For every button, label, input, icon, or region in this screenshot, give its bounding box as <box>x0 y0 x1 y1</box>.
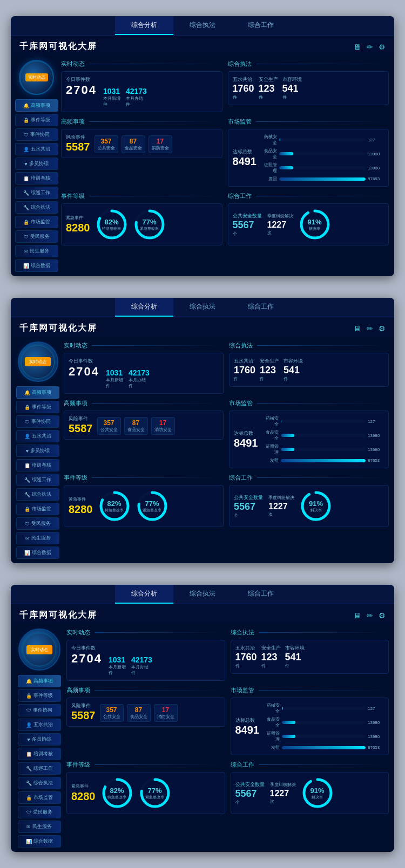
gear-icon-3[interactable]: ⚙ <box>379 611 386 620</box>
realtime-title-3: 实时动态 <box>66 628 225 637</box>
wrench2-icon-3: 🔧 <box>26 781 32 786</box>
sidebar-item-综巡工作-1[interactable]: 🔧 综巡工作 <box>15 187 58 199</box>
sidebar-3: 实时动态 🔔 高频事项 🔒 事件等级 🛡 事件协同 👤 五水共治 <box>16 628 62 848</box>
main-body-2: 实时动态 🔔 高频事项 🔒 事件等级 🛡 事件协同 👤 五水共治 <box>11 337 394 563</box>
circle-82-text-2: 82% <box>107 500 121 508</box>
sidebar-item-事件等级-1[interactable]: 🔒 事件等级 <box>15 114 58 126</box>
sidebar-item-高频事项-3[interactable]: 🔔 高频事项 <box>18 675 61 687</box>
monitor-icon-2[interactable]: 🖥 <box>354 324 361 333</box>
sidebar-item-市场监管-2[interactable]: 🔒 市场监管 <box>16 503 59 515</box>
sidebar-item-市场监管-1[interactable]: 🔒 市场监管 <box>15 216 58 228</box>
tab-综合工作-1[interactable]: 综合工作 <box>232 16 290 35</box>
law-val-1: 123 <box>259 83 278 94</box>
sidebar-item-多员协综-3[interactable]: ♥ 多员协综 <box>18 733 61 746</box>
sidebar-item-五水共治-3[interactable]: 👤 五水共治 <box>18 719 61 731</box>
sidebar-item-综合数据-2[interactable]: 📊 综合数据 <box>16 546 59 559</box>
brand-title-1: 千库网可视化大屏 <box>19 41 97 52</box>
market-half-1: 市场监管 达标总数 8491 药械安全 <box>228 118 389 187</box>
tab-综合分析-2[interactable]: 综合分析 <box>115 298 173 317</box>
sidebar-item-综合执法-3[interactable]: 🔧 综合执法 <box>18 777 61 789</box>
sidebar-item-民生服务-1[interactable]: ✉ 民生服务 <box>15 245 58 257</box>
sidebar-item-事件协同-3[interactable]: 🛡 事件协同 <box>18 704 61 716</box>
bar2-fill-1 <box>281 434 294 437</box>
bar-row-2: 证照管理 13980 <box>262 162 384 174</box>
tab-综合执法-1[interactable]: 综合执法 <box>173 16 232 35</box>
bar-fill-1 <box>279 152 293 155</box>
monitor-icon-3[interactable]: 🖥 <box>354 611 361 620</box>
sidebar-item-综合执法-2[interactable]: 🔧 综合执法 <box>16 488 59 501</box>
realtime-half-2: 实时动态 今日事件数 2704 1031 本月新增 件 <box>64 341 224 394</box>
sidebar-item-五水共治-1[interactable]: 👤 五水共治 <box>15 143 58 155</box>
stat-subs-3: 1031 本月新增 件 42173 本月办结 件 <box>109 655 152 676</box>
sidebar-item-市场监管-3[interactable]: 🔒 市场监管 <box>18 791 61 804</box>
market-left-1: 达标总数 8491 <box>233 148 257 168</box>
realtime-btn-2[interactable]: 实时动态 <box>25 357 51 366</box>
sidebar-item-培训考核-1[interactable]: 📋 培训考核 <box>15 172 58 184</box>
tab-综合工作-2[interactable]: 综合工作 <box>232 298 290 317</box>
sidebar-item-综巡工作-3[interactable]: 🔧 综巡工作 <box>18 762 61 775</box>
hf-big-3: 5587 <box>71 709 96 722</box>
market-bars-1: 药械安全 127 食品安全 <box>262 134 384 182</box>
sidebar-item-事件协同-1[interactable]: 🛡 事件协同 <box>15 128 58 141</box>
comp-big-2: 5567 <box>234 501 263 512</box>
event-half-3: 事件等级 紧急事件 8280 <box>66 761 225 814</box>
market-bars-3: 药械安全 127 食品安全 <box>265 702 384 750</box>
content-1: 实时动态 今日事件数 2704 1031 本月新增 件 <box>61 60 389 272</box>
gear-icon-2[interactable]: ⚙ <box>379 324 386 333</box>
tab-综合执法-2[interactable]: 综合执法 <box>173 298 232 317</box>
shield-icon-3: 🛡 <box>26 708 31 713</box>
tab-综合分析-1[interactable]: 综合分析 <box>115 16 173 35</box>
monitor-icon[interactable]: 🖥 <box>354 43 361 51</box>
gear-icon[interactable]: ⚙ <box>379 43 386 51</box>
edit-icon-2[interactable]: ✏ <box>367 324 373 333</box>
circle-82-3: 82% 特急整改率 <box>101 777 133 809</box>
sidebar-item-高频事项-1[interactable]: 🔔 高频事项 <box>15 99 58 112</box>
person-icon-1: 👤 <box>23 147 29 152</box>
tab-综合工作-3[interactable]: 综合工作 <box>232 585 290 604</box>
bell-icon-1: 🔔 <box>23 103 29 108</box>
sidebar-item-综合数据-3[interactable]: 📊 综合数据 <box>18 835 61 848</box>
sidebar-item-培训考核-2[interactable]: 📋 培训考核 <box>16 459 59 471</box>
bar3-track-2 <box>282 735 366 738</box>
realtime-btn-3[interactable]: 实时动态 <box>26 645 52 654</box>
hf-big-1: 5587 <box>66 141 90 153</box>
sidebar-item-高频事项-2[interactable]: 🔔 高频事项 <box>16 386 59 399</box>
tab-综合执法-3[interactable]: 综合执法 <box>173 585 232 604</box>
sidebar-item-事件等级-2[interactable]: 🔒 事件等级 <box>16 401 59 413</box>
clipboard-icon-1: 📋 <box>23 176 29 181</box>
sidebar-item-事件协同-2[interactable]: 🛡 事件协同 <box>16 415 59 428</box>
page-wrapper: 综合分析 综合执法 综合工作 千库网可视化大屏 🖥 ✏ ⚙ 实时动态 🔔 高频事… <box>0 0 405 868</box>
sidebar-item-多员协综-1[interactable]: ♥ 多员协综 <box>15 158 58 170</box>
today-val-2: 2704 <box>69 365 99 379</box>
sidebar-item-民生服务-2[interactable]: ✉ 民生服务 <box>16 532 59 544</box>
comp-main-3: 公共安全数量 5567 个 <box>235 781 265 805</box>
sidebar-item-多员协综-2[interactable]: ♥ 多员协综 <box>16 445 59 457</box>
sidebar-item-受民服务-2[interactable]: 🛡 受民服务 <box>16 517 59 530</box>
sidebar-item-事件等级-3[interactable]: 🔒 事件等级 <box>18 689 61 702</box>
sidebar-item-民生服务-3[interactable]: ✉ 民生服务 <box>18 821 61 833</box>
edit-icon-3[interactable]: ✏ <box>367 611 373 620</box>
bar3-row-1: 食品安全 13980 <box>265 716 384 728</box>
bar-row-3: 发照 87653 <box>262 176 384 182</box>
market-bars-2: 药械安全 127 食品安全 <box>264 415 384 463</box>
today-label-2: 今日事件数 <box>69 358 219 365</box>
hf2-sub-2: 17 消防安全 <box>151 417 175 435</box>
realtime-btn-1[interactable]: 实时动态 <box>25 73 48 81</box>
hf-items-3: 风险事件 5587 357 公共安全 87 <box>71 702 220 722</box>
sidebar-item-受民服务-1[interactable]: 🛡 受民服务 <box>15 230 58 243</box>
hf2-sub-0: 357 公共安全 <box>97 417 121 435</box>
sidebar-1: 实时动态 🔔 高频事项 🔒 事件等级 🛡 事件协同 👤 五水共治 <box>16 60 57 272</box>
law3-item-2: 市容环境 541 件 <box>285 645 305 669</box>
sidebar-item-综合数据-1[interactable]: 📊 综合数据 <box>15 259 58 272</box>
market-big-2: 8491 <box>234 437 258 449</box>
composite-title-3: 综合工作 <box>231 761 389 769</box>
sidebar-item-综巡工作-2[interactable]: 🔧 综巡工作 <box>16 474 59 486</box>
edit-icon[interactable]: ✏ <box>367 43 373 51</box>
hf-main-3: 风险事件 5587 <box>71 702 96 722</box>
sidebar-item-综合执法-s1[interactable]: 🔧 综合执法 <box>15 201 58 214</box>
tab-综合分析-3[interactable]: 综合分析 <box>115 585 173 604</box>
sidebar-item-五水共治-2[interactable]: 👤 五水共治 <box>16 430 59 442</box>
sidebar-item-受民服务-3[interactable]: 🛡 受民服务 <box>18 806 61 818</box>
row2-2: 高频事项 风险事件 5587 357 公共安全 <box>64 399 389 468</box>
sidebar-item-培训考核-3[interactable]: 📋 培训考核 <box>18 748 61 760</box>
